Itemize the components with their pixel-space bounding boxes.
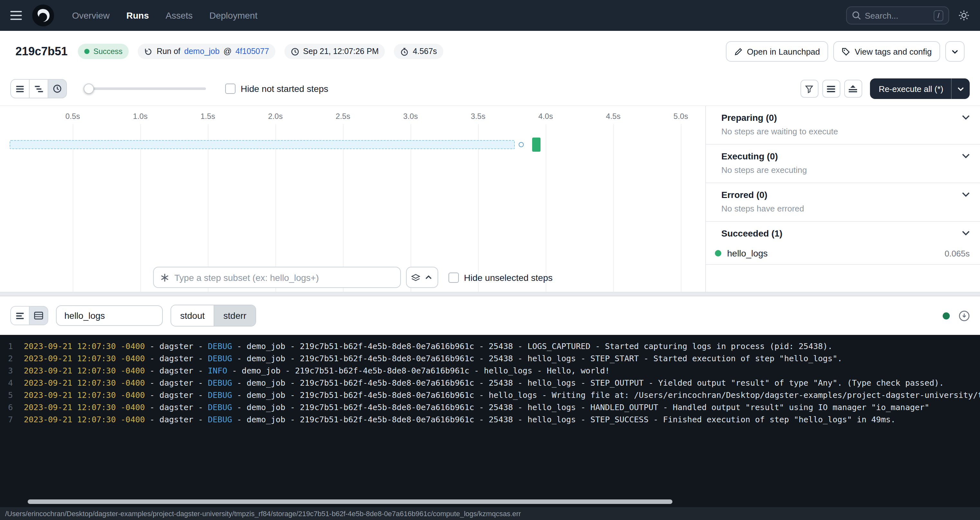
log-timestamp: 2023-09-21 12:07:30 -0400	[24, 390, 145, 400]
log-filter-field[interactable]	[56, 305, 163, 326]
axis-gridline	[140, 124, 141, 292]
funnel-icon	[805, 84, 813, 93]
view-waterfall-button[interactable]	[29, 79, 48, 98]
checkbox-box-icon[interactable]	[225, 84, 235, 94]
graph-query-collapse-button[interactable]	[422, 267, 435, 287]
step-section-header[interactable]: Preparing (0)	[706, 106, 980, 127]
axis-tick-label: 0.5s	[60, 112, 86, 121]
chevron-down-icon[interactable]	[962, 192, 970, 197]
step-section-empty-text: No steps have errored	[706, 204, 980, 221]
hide-unselected-checkbox[interactable]: Hide unselected steps	[449, 272, 553, 282]
commit-link[interactable]: 4f105077	[235, 47, 269, 56]
log-line: 22023-09-21 12:07:30 -0400 - dagster - D…	[0, 352, 980, 365]
checkbox-box-icon[interactable]	[449, 272, 459, 282]
menu-icon[interactable]	[10, 11, 22, 20]
step-section-empty-text: No steps are waiting to execute	[706, 127, 980, 144]
chevron-up-icon	[425, 275, 432, 280]
run-of-label: Run of	[157, 47, 180, 56]
log-line: 32023-09-21 12:07:30 -0400 - dagster - I…	[0, 365, 980, 377]
nav-item-deployment[interactable]: Deployment	[210, 10, 258, 21]
global-search[interactable]: /	[846, 6, 949, 24]
step-section-header[interactable]: Executing (0)	[706, 144, 980, 165]
gantt-toolbar: Hide not started steps Re-execute all (*…	[0, 72, 980, 105]
log-level: DEBUG	[208, 403, 232, 412]
log-timestamp: 2023-09-21 12:07:30 -0400	[24, 403, 145, 412]
log-line-number: 2	[0, 352, 13, 365]
zoom-slider[interactable]	[84, 84, 206, 94]
run-timestamp: Sep 21, 12:07:26 PM	[303, 47, 379, 56]
hide-unselected-label: Hide unselected steps	[464, 272, 553, 282]
log-level: DEBUG	[208, 354, 232, 363]
nav-item-assets[interactable]: Assets	[166, 10, 193, 21]
history-icon	[145, 47, 153, 55]
collapse-rows-button[interactable]	[844, 80, 862, 98]
view-tags-config-button[interactable]: View tags and config	[834, 41, 940, 62]
log-line-number: 5	[0, 389, 13, 401]
dagster-logo-icon[interactable]	[32, 5, 54, 26]
log-view-raw-button[interactable]	[29, 306, 48, 325]
nav-menu: OverviewRunsAssetsDeployment	[72, 10, 258, 21]
step-section-header[interactable]: Succeeded (1)	[706, 222, 980, 242]
step-section: Preparing (0)No steps are waiting to exe…	[706, 106, 980, 144]
view-flat-button[interactable]	[10, 79, 30, 98]
log-text: - dagster -	[145, 390, 208, 400]
chevron-down-icon[interactable]	[962, 231, 970, 236]
flat-list-icon	[16, 85, 24, 92]
chevron-down-icon	[958, 86, 964, 91]
search-icon	[852, 11, 861, 20]
zoom-slider-handle[interactable]	[84, 84, 94, 94]
log-filter-input[interactable]	[64, 311, 154, 321]
run-of-chip: Run of demo_job @ 4f105077	[138, 44, 275, 59]
log-line-number: 4	[0, 377, 13, 389]
log-tab-stderr[interactable]: stderr	[214, 305, 255, 326]
run-duration: 4.567s	[413, 47, 437, 56]
pane-splitter[interactable]	[0, 292, 980, 296]
log-text: - demo_job - 219c7b51-b62f-4e5b-8de8-0e7…	[232, 415, 896, 424]
gantt-view-toggle-group	[10, 79, 67, 98]
log-capture-status-dot-icon	[943, 312, 950, 319]
graph-query-layers-button[interactable]	[409, 267, 422, 287]
step-subset-input[interactable]	[174, 272, 394, 282]
step-section-empty-text: No steps are executing	[706, 165, 980, 182]
step-section-header[interactable]: Errored (0)	[706, 183, 980, 204]
step-section-title: Executing (0)	[721, 151, 778, 161]
open-in-launchpad-button[interactable]: Open in Launchpad	[726, 41, 829, 62]
step-section: Succeeded (1)hello_logs0.065s	[706, 222, 980, 265]
gantt-step-bar-hello-logs[interactable]	[532, 138, 541, 152]
step-row[interactable]: hello_logs0.065s	[706, 242, 980, 264]
log-text: - demo_job - 219c7b51-b62f-4e5b-8de8-0e7…	[232, 403, 929, 412]
row-density-button[interactable]	[822, 80, 840, 98]
run-actions-dropdown-button[interactable]	[945, 41, 964, 62]
view-timed-button[interactable]	[48, 79, 67, 98]
step-subset-field[interactable]	[153, 267, 401, 288]
reexecute-dropdown-caret[interactable]	[952, 86, 970, 91]
run-header: 219c7b51 Success Run of demo_job @ 4f105…	[0, 31, 980, 72]
settings-gear-icon[interactable]	[958, 10, 970, 21]
reexecute-label: Re-execute all (*)	[879, 84, 943, 94]
run-timestamp-chip: Sep 21, 12:07:26 PM	[285, 44, 385, 59]
log-file-path: /Users/erincochran/Desktop/dagster-examp…	[5, 510, 521, 517]
filter-funnel-button[interactable]	[800, 80, 818, 98]
chevron-down-icon[interactable]	[962, 115, 970, 120]
log-view-structured-button[interactable]	[10, 306, 30, 325]
chevron-down-icon[interactable]	[962, 154, 970, 159]
top-nav: OverviewRunsAssetsDeployment /	[0, 0, 980, 31]
step-name: hello_logs	[727, 248, 939, 258]
gantt-chart[interactable]: 0.5s1.0s1.5s2.0s2.5s3.0s3.5s4.0s4.5s5.0s	[0, 106, 706, 292]
hide-not-started-checkbox[interactable]: Hide not started steps	[225, 84, 328, 94]
job-link[interactable]: demo_job	[185, 47, 220, 56]
reexecute-all-button[interactable]: Re-execute all (*)	[870, 78, 970, 99]
log-line-number: 1	[0, 340, 13, 352]
nav-item-runs[interactable]: Runs	[126, 10, 149, 21]
nav-item-overview[interactable]: Overview	[72, 10, 110, 21]
log-tab-stdout[interactable]: stdout	[171, 305, 214, 326]
run-id-title: 219c7b51	[16, 45, 68, 58]
log-timestamp: 2023-09-21 12:07:30 -0400	[24, 378, 145, 388]
download-logs-button[interactable]	[959, 310, 970, 321]
search-input[interactable]	[865, 11, 930, 20]
rows-icon	[827, 85, 835, 92]
log-output[interactable]: 12023-09-21 12:07:30 -0400 - dagster - D…	[0, 335, 980, 507]
log-horizontal-scrollbar[interactable]	[28, 499, 673, 504]
step-duration: 0.065s	[945, 249, 970, 258]
log-text: - demo_job - 219c7b51-b62f-4e5b-8de8-0e7…	[232, 341, 832, 351]
